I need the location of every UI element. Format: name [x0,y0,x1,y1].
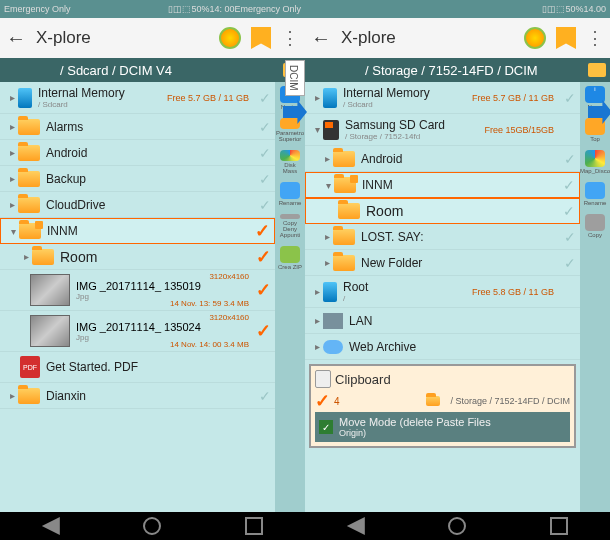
file-img1[interactable]: IMG _20171114_ 135019 Jpg 3120x4160 14 N… [0,270,275,311]
side-rename[interactable]: Rename [278,182,302,206]
clipboard-panel[interactable]: Clipboard ✓ 4 / Storage / 7152-14FD / DC… [309,364,576,448]
folder-icon [32,249,54,265]
side-copy[interactable]: Copy [583,214,607,238]
breadcrumb-right[interactable]: / Storage / 7152-14FD / DCIM [305,58,610,82]
nav-home[interactable] [448,517,466,535]
app-bar: ← X-plore ⋮ [0,18,305,58]
file-list-left[interactable]: ▸ Internal Memory / Sdcard Free 5.7 GB /… [0,82,275,512]
folder-icon [333,229,355,245]
check-icon[interactable]: ✓ [564,90,576,106]
check-icon[interactable]: ✓ [564,151,576,167]
status-bar: Emergency Only ▯◫⬚ 50% 14: 00 Emergency … [0,0,305,18]
folder-alarms[interactable]: ▸ Alarms ✓ [0,114,275,140]
carrier-extra: Emergency Only [234,4,301,14]
device-icon [323,282,337,302]
folder-icon [333,151,355,167]
side-copy[interactable]: Copy Deny Appunti [278,214,302,238]
check-icon[interactable]: ✓ [259,145,271,161]
nav-bar [0,512,305,540]
battery-text: 50% [565,4,583,14]
check-icon[interactable]: ✓ [255,220,270,242]
folder-innm[interactable]: ▾ INNM ✓ [0,218,275,244]
side-disk[interactable]: Disk Mass [278,150,302,174]
check-icon[interactable]: ✓ [256,246,271,268]
folder-dianxin[interactable]: ▸ Dianxin ✓ [0,383,275,409]
sd-card-item[interactable]: ▾ Samsung SD Card / Storage / 7152-14fd … [305,114,580,146]
web-archive-item[interactable]: ▸ Web Archive [305,334,580,360]
check-icon[interactable]: ✓ [564,229,576,245]
check-icon[interactable]: ✓ [259,197,271,213]
folder-android[interactable]: ▸ Android ✓ [305,146,580,172]
check-icon[interactable]: ✓ [259,119,271,135]
lan-icon [323,313,343,329]
folder-room[interactable]: Room ✓ [305,198,580,224]
content-right: ▸ Internal Memory / Sdcard Free 5.7 GB /… [305,82,610,512]
clipboard-icon [315,370,331,388]
app-bar: ← X-plore ⋮ [305,18,610,58]
device-icon [323,88,337,108]
file-img2[interactable]: IMG _20171114_ 135024 Jpg 3120x4160 14 N… [0,311,275,352]
breadcrumb-text: / Storage / 7152-14FD / DCIM [365,63,538,78]
check-icon[interactable]: ✓ [563,177,575,193]
right-panel: ▯◫⬚ 50% 14.00 ← X-plore ⋮ / Storage / 71… [305,0,610,540]
folder-icon [18,171,40,187]
nav-home[interactable] [143,517,161,535]
folder-newfolder[interactable]: ▸ New Folder ✓ [305,250,580,276]
nav-recent[interactable] [550,517,568,535]
check-icon[interactable]: ✓ [259,388,271,404]
lan-item[interactable]: ▸ LAN [305,308,580,334]
nav-bar [305,512,610,540]
file-name: IMG _20171114_ 135024 [76,321,269,333]
time-text: 14.00 [583,4,606,14]
side-toolbar-left: iNovice Parametro Superior Disk Mass Ren… [275,82,305,512]
nav-recent[interactable] [245,517,263,535]
move-mode-row[interactable]: ✓ Move Mode (delete Paste Files Origin) [315,412,570,442]
nav-back[interactable] [347,517,365,535]
folder-room[interactable]: ▸ Room ✓ [0,244,275,270]
side-crea[interactable]: Crea ZIP [278,246,302,270]
folder-icon [18,119,40,135]
left-panel: Emergency Only ▯◫⬚ 50% 14: 00 Emergency … [0,0,305,540]
check-icon[interactable]: ✓ [256,320,271,342]
menu-icon[interactable]: ⋮ [281,27,299,49]
root-item[interactable]: ▸ Root / Free 5.8 GB / 11 GB [305,276,580,308]
shield-icon[interactable] [524,27,546,49]
folder-icon [426,396,440,406]
check-icon[interactable]: ✓ [563,203,575,219]
check-icon[interactable]: ✓ [259,171,271,187]
app-title: X-plore [341,28,514,48]
shield-icon[interactable] [219,27,241,49]
internal-memory-item[interactable]: ▸ Internal Memory / Sdcard Free 5.7 GB /… [305,82,580,114]
folder-clouddrive[interactable]: ▸ CloudDrive ✓ [0,192,275,218]
folder-lostsay[interactable]: ▸ LOST. SAY: ✓ [305,224,580,250]
folder-icon [334,177,356,193]
check-icon[interactable]: ✓ [564,255,576,271]
back-icon[interactable]: ← [311,27,331,50]
checkbox-icon[interactable]: ✓ [319,420,333,434]
folder-icon [18,197,40,213]
menu-icon[interactable]: ⋮ [586,27,604,49]
side-toolbar-right: iNews Top Map_Disco Rename Copy [580,82,610,512]
side-map[interactable]: Map_Disco [583,150,607,174]
side-rename[interactable]: Rename [583,182,607,206]
content-left: ▸ Internal Memory / Sdcard Free 5.7 GB /… [0,82,305,512]
folder-innm[interactable]: ▾ INNM ✓ [305,172,580,198]
breadcrumb-left[interactable]: / Sdcard / DCIM V4 [0,58,305,82]
folder-icon [18,388,40,404]
clipboard-header: Clipboard [315,370,570,388]
back-icon[interactable]: ← [6,27,26,50]
bookmark-icon[interactable] [556,27,576,49]
bookmark-icon[interactable] [251,27,271,49]
check-icon[interactable]: ✓ [256,279,271,301]
nav-back[interactable] [42,517,60,535]
folder-android[interactable]: ▸ Android ✓ [0,140,275,166]
folder-backup[interactable]: ▸ Backup ✓ [0,166,275,192]
file-meta: 14 Nov. 13: 59 3.4 MB [170,299,249,308]
check-icon[interactable]: ✓ [259,90,271,106]
tree-toggle[interactable]: ▸ [6,92,18,103]
file-list-right[interactable]: ▸ Internal Memory / Sdcard Free 5.7 GB /… [305,82,580,512]
internal-memory-item[interactable]: ▸ Internal Memory / Sdcard Free 5.7 GB /… [0,82,275,114]
vert-tab[interactable]: DCIM [285,60,305,96]
sd-icon [323,120,339,140]
file-pdf[interactable]: PDF Get Started. PDF [0,352,275,383]
